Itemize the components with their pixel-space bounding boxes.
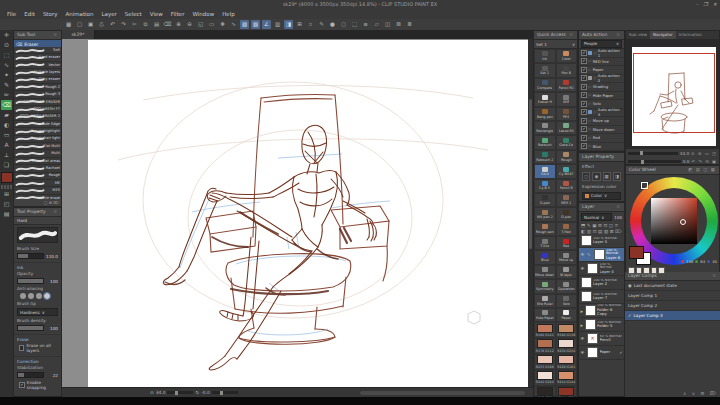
quick-access-item[interactable]: Retouch <box>534 135 556 149</box>
canvas-zoom-value[interactable]: 34.0 <box>156 390 166 395</box>
panel-menu-icon[interactable]: ≡ <box>53 208 58 216</box>
quick-access-item[interactable]: Cy-B H <box>534 179 556 193</box>
color-swatch-item[interactable]: R214 G144 <box>556 370 578 386</box>
stabilization-value[interactable]: 22 <box>46 373 58 378</box>
brush-size-value[interactable]: 110.0 <box>46 254 58 259</box>
subtool-item[interactable]: COOL MESH FT <box>14 106 61 113</box>
subtool-item[interactable]: Soft <box>14 47 61 54</box>
anti-aliasing-options[interactable] <box>14 292 61 300</box>
opacity-slider[interactable] <box>17 278 44 284</box>
quick-access-item[interactable]: Pencil R1 <box>556 78 578 92</box>
auto-action-item[interactable]: ✓ ▷ Auto action 3 <box>579 109 624 118</box>
command-icon[interactable]: ▦ <box>64 20 73 29</box>
command-icon[interactable]: ▢ <box>75 20 84 29</box>
quick-access-item[interactable]: Rectangle <box>534 121 556 135</box>
command-icon[interactable]: ▣ <box>86 20 95 29</box>
command-icon[interactable]: ▤ <box>152 20 161 29</box>
layer-row[interactable]: 100 % Normal Layer 7 <box>579 290 624 304</box>
quick-access-item[interactable]: Paper <box>556 308 578 322</box>
quick-access-item[interactable]: Symmetry <box>534 279 556 293</box>
tool-icon[interactable]: ◐ <box>1 120 12 130</box>
command-icon[interactable]: ↶ <box>108 20 117 29</box>
auto-action-item[interactable]: ✓ ▷ Red <box>579 134 624 143</box>
quick-access-item[interactable]: Operation <box>556 279 578 293</box>
layer-comp-row[interactable]: ◉ Last document state <box>625 281 720 291</box>
command-icon[interactable]: ≡ <box>361 20 370 29</box>
menu-item[interactable]: File <box>3 10 20 19</box>
quick-access-item[interactable]: Eraser H <box>534 92 556 106</box>
navigator-preview-area[interactable] <box>626 39 719 149</box>
auto-action-checkbox[interactable]: ✓ <box>581 126 587 132</box>
brush-size-slider[interactable] <box>17 253 44 259</box>
layer-row[interactable]: 👁 100 % Normal Layer 4 <box>579 262 624 276</box>
foreground-color[interactable] <box>629 246 644 259</box>
command-icon[interactable]: ⬚ <box>350 20 359 29</box>
expand-arrow-icon[interactable]: ▷ <box>589 85 592 89</box>
navigator-view-rect[interactable] <box>633 53 715 133</box>
layer-row[interactable]: 100 % Normal Layer 5 <box>579 234 624 248</box>
auto-action-checkbox[interactable]: ✓ <box>581 58 587 64</box>
subtool-item[interactable]: Rough 3 <box>14 91 61 98</box>
navigator-rotation-value[interactable]: 0.0 <box>683 159 690 164</box>
command-icon[interactable]: ▱ <box>372 20 381 29</box>
navigator-zoom-value[interactable]: 34.0 <box>680 151 689 156</box>
quick-access-item[interactable]: Pencil R <box>556 179 578 193</box>
enable-snapping-checkbox[interactable]: ✓ <box>19 382 25 389</box>
quick-access-item[interactable]: Sho Ruler <box>534 294 556 308</box>
auto-action-item[interactable]: ✓ ▷ Auto action 1 <box>579 49 624 58</box>
auto-action-item[interactable]: ✓ ▷ Auto action 2 <box>579 75 624 84</box>
tool-icon[interactable]: ✦ <box>1 70 12 80</box>
navigator-tab[interactable]: Navigator <box>650 31 676 39</box>
sv-cursor[interactable] <box>680 219 686 225</box>
quick-access-item[interactable]: Set 2 <box>534 63 556 77</box>
subtool-item[interactable]: ME <box>14 180 61 187</box>
brush-density-value[interactable]: 100 <box>46 326 58 331</box>
expression-color-dropdown[interactable]: Color∨ <box>582 192 621 200</box>
auto-action-checkbox[interactable]: ✓ <box>581 118 587 124</box>
canvas-paper[interactable] <box>88 40 528 388</box>
panel-menu-icon[interactable]: ≡ <box>616 31 621 39</box>
command-icon[interactable]: ✂ <box>130 20 139 29</box>
quick-access-item[interactable]: Lasso fill <box>556 121 578 135</box>
quick-access-item[interactable]: Blue <box>534 250 556 264</box>
subtool-item[interactable]: Eraser_hair light <box>14 136 61 143</box>
command-icon[interactable]: ◻ <box>339 20 348 29</box>
tool-icon[interactable]: ▰ <box>1 110 12 120</box>
auto-action-item[interactable]: ✓ ▷ Move down <box>579 126 624 135</box>
subtool-item[interactable]: Multi <box>14 150 61 157</box>
effect-icons[interactable]: ◻◉▦◨ <box>579 170 624 182</box>
command-icon[interactable]: ⎙ <box>97 20 106 29</box>
color-panel-tab-icons[interactable]: ◩ ▤ ◫ ▦ <box>688 166 716 174</box>
mini-swatch-strip[interactable] <box>628 267 665 274</box>
color-swatch-item[interactable]: R234 G216 <box>556 338 578 354</box>
canvas-horizontal-scrollbar[interactable] <box>360 391 525 395</box>
tool-strip-extra-icon[interactable]: ▤ <box>1 209 12 219</box>
quick-access-item[interactable]: Red <box>556 236 578 250</box>
layer-comp-row[interactable]: ✓ Layer Comp 3 <box>625 311 720 321</box>
rotation-slider[interactable] <box>212 391 238 394</box>
layer-opacity-value[interactable]: 100 <box>614 215 622 220</box>
subtool-item[interactable]: Fade Edge <box>14 121 61 128</box>
subtool-item[interactable]: COOL MESH ERASER <box>14 99 61 106</box>
quick-access-item[interactable]: Hard <box>534 164 556 178</box>
menu-item[interactable]: Animation <box>61 10 97 19</box>
navigator-tab[interactable]: Information <box>676 31 705 39</box>
tool-icon[interactable]: ❏ <box>1 160 12 170</box>
expand-arrow-icon[interactable]: ▷ <box>589 127 592 131</box>
layer-comp-row[interactable]: Layer Comp 2 <box>625 301 720 311</box>
navigator-zoom-slider[interactable] <box>628 152 678 155</box>
color-swatch-item[interactable]: R229 G181 <box>556 354 578 370</box>
quick-access-item[interactable]: W8 pen 2 <box>534 207 556 221</box>
quick-access-item[interactable]: PES <box>556 107 578 121</box>
subtool-item[interactable]: Vector <box>14 62 61 69</box>
quick-access-item[interactable]: T-Hair <box>556 222 578 236</box>
quick-access-item[interactable]: WIP <box>556 92 578 106</box>
quick-access-item[interactable]: G-pen <box>534 193 556 207</box>
auto-action-checkbox[interactable]: ✓ <box>581 109 587 115</box>
menu-item[interactable]: Filter <box>167 10 189 19</box>
panel-menu-icon[interactable]: ≡ <box>569 31 574 39</box>
subtool-item[interactable]: MES <box>14 187 61 194</box>
quick-access-item[interactable]: Solo <box>556 294 578 308</box>
navigator-rotation-slider[interactable] <box>628 160 681 163</box>
layer-comp-row[interactable]: Layer Comp 1 <box>625 291 720 301</box>
